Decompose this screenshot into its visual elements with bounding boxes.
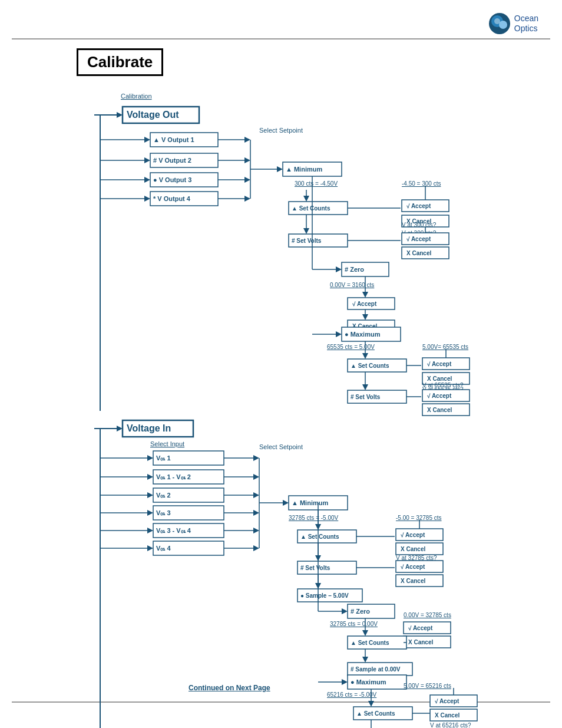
svg-text:X Cancel: X Cancel xyxy=(401,578,425,584)
continued-link[interactable]: Continued on Next Page xyxy=(189,684,270,692)
svg-text:▲ Set Counts: ▲ Set Counts xyxy=(300,533,339,540)
svg-marker-10 xyxy=(144,137,150,143)
svg-marker-124 xyxy=(147,492,153,498)
svg-text:▲ Minimum: ▲ Minimum xyxy=(292,499,328,506)
svg-text:X Cancel: X Cancel xyxy=(401,546,425,552)
page: Ocean Optics Calibrate Calibration Volta… xyxy=(0,0,562,728)
svg-text:X Cancel: X Cancel xyxy=(427,407,452,413)
svg-text:√ Accept: √ Accept xyxy=(352,301,377,307)
svg-text:V₀₁ 2: V₀₁ 2 xyxy=(156,492,171,499)
svg-text:-5.00 = 32785 cts: -5.00 = 32785 cts xyxy=(396,515,442,521)
svg-marker-205 xyxy=(368,701,374,707)
svg-text:* V Output 4: * V Output 4 xyxy=(153,195,191,202)
main-content: Calibrate Calibration Voltage Out Select… xyxy=(12,45,550,696)
svg-marker-20 xyxy=(244,157,250,163)
svg-marker-122 xyxy=(253,474,259,480)
svg-marker-116 xyxy=(253,455,259,461)
svg-text:V₀₁ 1: V₀₁ 1 xyxy=(156,454,171,462)
svg-text:● Sample – 5.00V: ● Sample – 5.00V xyxy=(300,592,349,599)
svg-text:√ Accept: √ Accept xyxy=(401,564,425,570)
continued-section: Continued on Next Page xyxy=(106,682,533,693)
svg-marker-40 xyxy=(303,196,309,202)
select-setpoint-label: Select Setpoint xyxy=(259,127,303,134)
svg-marker-35 xyxy=(277,166,283,172)
svg-text:65535 cts = 5.00V: 65535 cts = 5.00V xyxy=(327,344,375,350)
svg-text:√ Accept: √ Accept xyxy=(427,361,452,367)
svg-text:V at 65535 cts?: V at 65535 cts? xyxy=(422,382,464,388)
svg-text:√ Accept: √ Accept xyxy=(406,236,431,242)
svg-text:V at 65216 cts?: V at 65216 cts? xyxy=(430,722,471,728)
logo: Ocean Optics xyxy=(488,12,538,35)
svg-text:V₀₁ 1 - V₀₁ 2: V₀₁ 1 - V₀₁ 2 xyxy=(156,473,191,480)
svg-text:● V Output 3: ● V Output 3 xyxy=(153,176,191,183)
svg-text:● Maximum: ● Maximum xyxy=(345,331,381,338)
calibration-link[interactable]: Calibration xyxy=(121,93,152,100)
svg-marker-142 xyxy=(147,545,153,551)
svg-text:V at 300 cts?: V at 300 cts? xyxy=(402,222,437,228)
svg-text:# Zero: # Zero xyxy=(345,266,364,273)
svg-text:Select Setpoint: Select Setpoint xyxy=(259,443,303,450)
svg-text:0.00V = 3160 cts: 0.00V = 3160 cts xyxy=(330,282,374,288)
svg-text:√ Accept: √ Accept xyxy=(408,625,433,631)
svg-marker-32 xyxy=(244,196,250,202)
svg-text:32785 cts = -5.00V: 32785 cts = -5.00V xyxy=(289,515,339,521)
svg-marker-128 xyxy=(253,492,259,498)
svg-marker-52 xyxy=(303,228,309,234)
svg-marker-70 xyxy=(362,292,368,298)
svg-marker-149 xyxy=(283,500,289,506)
ocean-optics-logo-icon xyxy=(488,12,511,35)
svg-text:5.00V= 65535 cts: 5.00V= 65535 cts xyxy=(422,344,468,350)
svg-marker-105 xyxy=(117,426,123,431)
svg-marker-136 xyxy=(147,528,153,533)
svg-text:▲ Minimum: ▲ Minimum xyxy=(286,166,322,173)
svg-marker-22 xyxy=(144,177,150,183)
voltage-out-label: Voltage Out xyxy=(127,110,179,120)
svg-marker-140 xyxy=(253,528,259,533)
logo-line2: Optics xyxy=(514,24,538,34)
svg-marker-190 xyxy=(362,630,368,636)
svg-text:X Cancel: X Cancel xyxy=(406,250,431,256)
svg-text:5.00V = 65216 cts: 5.00V = 65216 cts xyxy=(404,683,451,689)
svg-marker-180 xyxy=(342,608,348,614)
svg-text:Select Input: Select Input xyxy=(150,440,184,447)
svg-text:# Set Volts: # Set Volts xyxy=(292,238,322,244)
svg-text:# V Output 2: # V Output 2 xyxy=(153,157,191,164)
flow-diagram: Calibration Voltage Out Select Setpoint … xyxy=(29,81,548,717)
svg-marker-78 xyxy=(336,331,342,337)
svg-marker-112 xyxy=(147,455,153,461)
svg-text:# Set Volts: # Set Volts xyxy=(300,565,330,571)
svg-text:● Maximum: ● Maximum xyxy=(351,678,386,686)
svg-text:▲ V Output 1: ▲ V Output 1 xyxy=(153,136,194,143)
svg-marker-195 xyxy=(362,657,368,663)
svg-marker-95 xyxy=(362,384,368,390)
svg-text:X Cancel: X Cancel xyxy=(435,712,459,719)
svg-marker-16 xyxy=(144,157,150,163)
svg-text:Voltage In: Voltage In xyxy=(127,423,171,433)
svg-text:V₀₁ 3: V₀₁ 3 xyxy=(156,509,171,516)
svg-point-3 xyxy=(494,18,500,24)
svg-text:65216 cts = -5.00V: 65216 cts = -5.00V xyxy=(327,691,377,698)
svg-text:# Set Volts: # Set Volts xyxy=(351,394,381,400)
svg-text:√ Accept: √ Accept xyxy=(406,203,431,209)
svg-text:# Zero: # Zero xyxy=(351,608,370,615)
logo-text: Ocean Optics xyxy=(514,14,538,34)
svg-text:# Sample at 0.00V: # Sample at 0.00V xyxy=(351,666,401,673)
svg-marker-146 xyxy=(253,545,259,551)
svg-text:32785 cts = 0.00V: 32785 cts = 0.00V xyxy=(330,621,378,627)
svg-text:X Cancel: X Cancel xyxy=(427,375,452,382)
svg-marker-134 xyxy=(253,510,259,516)
svg-text:▲ Set Counts: ▲ Set Counts xyxy=(351,640,389,646)
svg-marker-5 xyxy=(117,112,123,118)
svg-text:√ Accept: √ Accept xyxy=(427,393,452,399)
svg-text:V₀₁ 3 - V₀₁ 4: V₀₁ 3 - V₀₁ 4 xyxy=(156,527,191,534)
svg-marker-118 xyxy=(147,474,153,480)
logo-line1: Ocean xyxy=(514,14,538,24)
svg-marker-26 xyxy=(244,177,250,183)
svg-marker-74 xyxy=(362,314,368,320)
svg-marker-14 xyxy=(244,137,250,143)
svg-text:-4.50 =  300 cts: -4.50 = 300 cts xyxy=(402,180,441,187)
calibrate-title: Calibrate xyxy=(77,48,163,76)
svg-text:V₀₁ 4: V₀₁ 4 xyxy=(156,545,171,552)
svg-text:▲ Set Counts: ▲ Set Counts xyxy=(356,710,395,717)
svg-marker-28 xyxy=(144,196,150,202)
